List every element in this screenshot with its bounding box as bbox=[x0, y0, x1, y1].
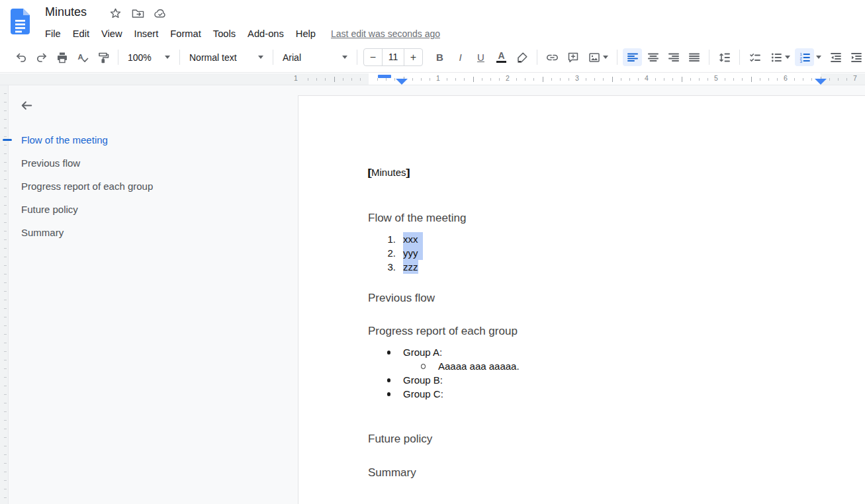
content-area: Flow of the meeting Previous flow Progre… bbox=[0, 85, 865, 504]
outline-item-previous-flow[interactable]: Previous flow bbox=[9, 151, 298, 175]
add-comment-button[interactable] bbox=[563, 48, 582, 66]
list-item[interactable]: Group C: bbox=[368, 387, 865, 401]
outline-item-summary[interactable]: Summary bbox=[9, 221, 298, 244]
google-docs-logo-icon[interactable] bbox=[11, 9, 30, 34]
paragraph-style-select[interactable]: Normal text bbox=[185, 48, 268, 66]
checklist-icon bbox=[749, 51, 762, 64]
list-text: Group B: bbox=[403, 373, 443, 387]
menu-file[interactable]: File bbox=[39, 25, 67, 42]
list-item[interactable]: 2. yyy bbox=[368, 246, 865, 260]
checklist-button[interactable] bbox=[745, 48, 764, 66]
paragraph-style-value: Normal text bbox=[189, 52, 237, 63]
menu-view[interactable]: View bbox=[95, 25, 128, 42]
first-line-indent-marker[interactable] bbox=[378, 75, 391, 78]
menu-addons[interactable]: Add-ons bbox=[242, 25, 290, 42]
increase-font-size-button[interactable]: + bbox=[404, 49, 422, 65]
ruler-number: 1 bbox=[436, 74, 440, 82]
horizontal-ruler[interactable]: 1 1 2 3 4 5 6 7 bbox=[0, 73, 865, 85]
outline-item-future-policy[interactable]: Future policy bbox=[9, 198, 298, 221]
numbered-list: 1. xxx 2. yyy 3. zzz bbox=[368, 232, 865, 274]
outline-item-progress-report[interactable]: Progress report of each group bbox=[9, 175, 298, 198]
font-size-input[interactable]: 11 bbox=[382, 49, 404, 65]
underline-button[interactable]: U bbox=[471, 48, 490, 66]
list-text-selected: xxx bbox=[403, 232, 423, 246]
italic-button[interactable]: I bbox=[451, 48, 470, 66]
undo-button[interactable] bbox=[11, 48, 30, 66]
list-item[interactable]: 1. xxx bbox=[368, 232, 865, 246]
heading-summary[interactable]: Summary bbox=[368, 466, 865, 480]
decrease-indent-icon bbox=[829, 51, 842, 64]
menu-tools[interactable]: Tools bbox=[207, 25, 242, 42]
increase-indent-button[interactable] bbox=[846, 48, 865, 66]
toolbar-divider bbox=[118, 50, 118, 65]
outline-item-label: Previous flow bbox=[21, 157, 80, 169]
outline-item-label: Progress report of each group bbox=[21, 181, 153, 192]
heading-future-policy[interactable]: Future policy bbox=[368, 432, 865, 446]
star-icon[interactable] bbox=[109, 7, 122, 21]
list-item[interactable]: 3. zzz bbox=[368, 260, 865, 274]
right-indent-marker[interactable] bbox=[815, 79, 827, 85]
ruler-number: 4 bbox=[645, 74, 649, 82]
svg-text:3: 3 bbox=[799, 59, 802, 63]
print-button[interactable] bbox=[52, 48, 71, 66]
menu-format[interactable]: Format bbox=[164, 25, 207, 42]
outline-item-label: Summary bbox=[21, 227, 64, 238]
heading-previous-flow[interactable]: Previous flow bbox=[368, 291, 865, 306]
outline-item-label: Future policy bbox=[21, 204, 78, 215]
list-item[interactable]: Group A: bbox=[368, 345, 865, 359]
hollow-bullet-icon bbox=[421, 364, 426, 369]
decrease-indent-button[interactable] bbox=[826, 48, 845, 66]
menu-help[interactable]: Help bbox=[290, 25, 322, 42]
ruler-number: 1 bbox=[294, 74, 298, 82]
insert-link-button[interactable] bbox=[543, 48, 562, 66]
menu-edit[interactable]: Edit bbox=[67, 25, 95, 42]
chevron-down-icon bbox=[785, 56, 790, 59]
list-item[interactable]: Group B: bbox=[368, 373, 865, 387]
align-right-icon bbox=[667, 51, 680, 64]
left-indent-marker[interactable] bbox=[396, 79, 408, 85]
menu-insert[interactable]: Insert bbox=[128, 25, 165, 42]
document-page[interactable]: [Minutes] Flow of the meeting 1. xxx 2. … bbox=[298, 95, 865, 504]
highlight-color-button[interactable] bbox=[512, 48, 531, 66]
list-text: Group A: bbox=[403, 345, 442, 359]
heading-progress-report[interactable]: Progress report of each group bbox=[368, 324, 865, 339]
align-center-button[interactable] bbox=[643, 48, 662, 66]
spellcheck-icon: A bbox=[76, 51, 89, 64]
toolbar-divider bbox=[709, 50, 709, 65]
list-text: Group C: bbox=[403, 387, 443, 401]
text-color-button[interactable]: A bbox=[492, 48, 511, 66]
document-title[interactable]: Minutes bbox=[45, 5, 87, 19]
decrease-font-size-button[interactable]: − bbox=[364, 49, 382, 65]
align-left-icon bbox=[626, 51, 639, 64]
intro-paragraph[interactable]: [Minutes] bbox=[368, 165, 865, 179]
outline-item-flow-of-the-meeting[interactable]: Flow of the meeting bbox=[9, 128, 298, 151]
justify-button[interactable] bbox=[684, 48, 704, 66]
line-spacing-button[interactable] bbox=[715, 48, 734, 66]
align-right-button[interactable] bbox=[664, 48, 683, 66]
last-edit-link[interactable]: Last edit was seconds ago bbox=[331, 28, 440, 39]
outline-items: Flow of the meeting Previous flow Progre… bbox=[9, 128, 298, 244]
heading-flow-of-the-meeting[interactable]: Flow of the meeting bbox=[368, 211, 865, 226]
paint-format-button[interactable] bbox=[93, 48, 113, 66]
image-icon bbox=[588, 51, 601, 64]
toolbar-divider bbox=[617, 50, 617, 65]
list-text-selected: yyy bbox=[403, 246, 423, 260]
list-item[interactable]: Aaaaa aaa aaaaa. bbox=[368, 359, 865, 373]
bulleted-list-button[interactable] bbox=[766, 48, 794, 66]
spellcheck-button[interactable]: A bbox=[73, 48, 92, 66]
redo-button[interactable] bbox=[32, 48, 51, 66]
numbered-list-button[interactable]: 1 2 3 bbox=[795, 48, 814, 66]
italic-icon: I bbox=[459, 52, 461, 63]
bold-icon: B bbox=[436, 52, 443, 63]
font-family-select[interactable]: Arial bbox=[278, 48, 352, 66]
collapse-outline-button[interactable] bbox=[18, 97, 35, 114]
insert-image-button[interactable] bbox=[584, 48, 612, 66]
chevron-down-icon bbox=[603, 56, 608, 59]
vertical-ruler[interactable] bbox=[0, 85, 9, 504]
cloud-saved-icon[interactable] bbox=[154, 7, 167, 21]
move-to-folder-icon[interactable] bbox=[131, 7, 145, 21]
zoom-select[interactable]: 100% bbox=[123, 48, 175, 66]
align-left-button[interactable] bbox=[623, 48, 642, 66]
chevron-down-icon[interactable] bbox=[816, 56, 821, 59]
bold-button[interactable]: B bbox=[430, 48, 449, 66]
